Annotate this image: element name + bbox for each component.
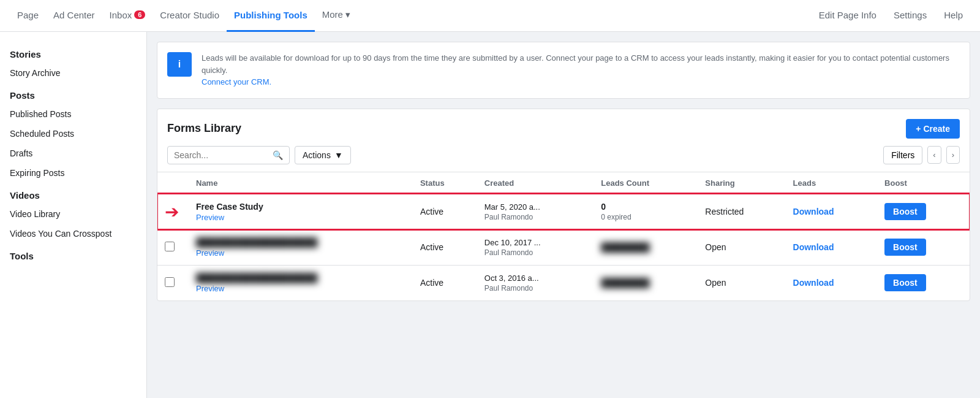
info-icon: i [167, 52, 192, 77]
sidebar-item-video-library[interactable]: Video Library [0, 204, 146, 224]
sidebar-section-videos: Videos [0, 183, 146, 204]
download-button[interactable]: Download [793, 242, 834, 252]
row-name-cell: ████████████████████Preview [189, 229, 413, 265]
row-checkbox-cell [157, 229, 189, 265]
row-download-cell: Download [786, 194, 878, 229]
sidebar-item-crosspost[interactable]: Videos You Can Crosspost [0, 224, 146, 243]
nav-settings[interactable]: Settings [886, 0, 934, 32]
row-preview-link[interactable]: Preview [196, 284, 405, 293]
boost-button[interactable]: Boost [884, 274, 926, 291]
highlight-arrow: ➔ [165, 202, 179, 222]
toolbar: 🔍 Actions ▼ Filters ‹ › [157, 146, 970, 172]
download-button[interactable]: Download [793, 278, 834, 288]
row-name: ████████████████████ [196, 273, 405, 283]
col-created: Created [477, 172, 594, 194]
nav-item-publishing-tools[interactable]: Publishing Tools [227, 0, 315, 32]
filters-button[interactable]: Filters [883, 146, 922, 164]
info-text: Leads will be available for download for… [202, 52, 960, 88]
nav-item-adcenter[interactable]: Ad Center [46, 0, 102, 32]
row-name-cell: Free Case StudyPreview [189, 194, 413, 229]
table-row: ████████████████████PreviewActiveDec 10,… [157, 229, 970, 265]
row-boost-cell: Boost [877, 265, 970, 300]
row-name-cell: ████████████████████Preview [189, 265, 413, 300]
row-preview-link[interactable]: Preview [196, 213, 405, 222]
nav-help[interactable]: Help [937, 0, 970, 32]
sidebar-item-published-posts[interactable]: Published Posts [0, 104, 146, 124]
sidebar-section-stories: Stories [0, 42, 146, 63]
row-status: Active [413, 265, 477, 300]
row-leads-count: ████████ [594, 265, 698, 300]
row-download-cell: Download [786, 265, 878, 300]
col-leads-count: Leads Count [594, 172, 698, 194]
boost-button[interactable]: Boost [884, 203, 926, 220]
row-boost-cell: Boost [877, 229, 970, 265]
download-button[interactable]: Download [793, 207, 834, 216]
sidebar-item-expiring-posts[interactable]: Expiring Posts [0, 163, 146, 183]
layout: Stories Story Archive Posts Published Po… [0, 32, 980, 398]
row-checkbox-cell [157, 265, 189, 300]
sidebar-item-drafts[interactable]: Drafts [0, 144, 146, 163]
row-leads-count: 00 expired [594, 194, 698, 229]
nav-edit-page-info[interactable]: Edit Page Info [812, 0, 884, 32]
row-status: Active [413, 194, 477, 229]
row-checkbox[interactable] [165, 242, 175, 251]
row-created: Dec 10, 2017 ...Paul Ramondo [477, 229, 594, 265]
boost-button[interactable]: Boost [884, 239, 926, 256]
row-name: ████████████████████ [196, 237, 405, 247]
forms-library-title: Forms Library [167, 122, 241, 135]
top-nav: Page Ad Center Inbox 6 Creator Studio Pu… [0, 0, 980, 32]
inbox-badge: 6 [134, 10, 145, 19]
search-box[interactable]: 🔍 [167, 146, 290, 164]
table-wrap: Name Status Created Leads Count Sharing … [157, 172, 970, 300]
row-sharing: Open [698, 265, 785, 300]
sidebar-section-tools: Tools [0, 243, 146, 265]
col-boost: Boost [877, 172, 970, 194]
nav-item-creator-studio[interactable]: Creator Studio [153, 0, 227, 32]
forms-table: Name Status Created Leads Count Sharing … [157, 172, 970, 300]
row-name: Free Case Study [196, 202, 405, 212]
table-header-row: Name Status Created Leads Count Sharing … [157, 172, 970, 194]
col-leads: Leads [786, 172, 878, 194]
nav-right: Edit Page Info Settings Help [812, 0, 970, 32]
nav-prev-button[interactable]: ‹ [927, 146, 941, 164]
sidebar: Stories Story Archive Posts Published Po… [0, 32, 147, 398]
row-checkbox-cell: ➔ [157, 194, 189, 229]
nav-item-page[interactable]: Page [10, 0, 46, 32]
search-icon: 🔍 [273, 150, 283, 160]
main-content: i Leads will be available for download f… [147, 32, 980, 398]
row-status: Active [413, 229, 477, 265]
row-preview-link[interactable]: Preview [196, 248, 405, 258]
sidebar-item-story-archive[interactable]: Story Archive [0, 63, 146, 83]
info-banner: i Leads will be available for download f… [157, 42, 970, 99]
sidebar-item-scheduled-posts[interactable]: Scheduled Posts [0, 124, 146, 144]
forms-header: Forms Library + Create [157, 109, 970, 146]
row-sharing: Open [698, 229, 785, 265]
row-boost-cell: Boost [877, 194, 970, 229]
nav-next-button[interactable]: › [946, 146, 960, 164]
actions-button[interactable]: Actions ▼ [295, 146, 351, 164]
row-sharing: Restricted [698, 194, 785, 229]
row-created: Mar 5, 2020 a...Paul Ramondo [477, 194, 594, 229]
create-button[interactable]: + Create [906, 119, 960, 139]
nav-item-inbox[interactable]: Inbox 6 [102, 0, 153, 32]
col-status: Status [413, 172, 477, 194]
col-checkbox [157, 172, 189, 194]
row-leads-count: ████████ [594, 229, 698, 265]
row-checkbox[interactable] [165, 277, 175, 287]
toolbar-right: Filters ‹ › [883, 146, 960, 164]
sidebar-section-posts: Posts [0, 83, 146, 104]
row-created: Oct 3, 2016 a...Paul Ramondo [477, 265, 594, 300]
search-input[interactable] [174, 150, 269, 160]
connect-crm-link[interactable]: Connect your CRM. [202, 77, 271, 86]
table-row: ➔Free Case StudyPreviewActiveMar 5, 2020… [157, 194, 970, 229]
col-sharing: Sharing [698, 172, 785, 194]
table-row: ████████████████████PreviewActiveOct 3, … [157, 265, 970, 300]
row-download-cell: Download [786, 229, 878, 265]
forms-library-card: Forms Library + Create 🔍 Actions ▼ Filte… [157, 109, 970, 301]
actions-dropdown-icon: ▼ [334, 150, 343, 160]
nav-item-more[interactable]: More ▾ [315, 0, 358, 32]
col-name: Name [189, 172, 413, 194]
